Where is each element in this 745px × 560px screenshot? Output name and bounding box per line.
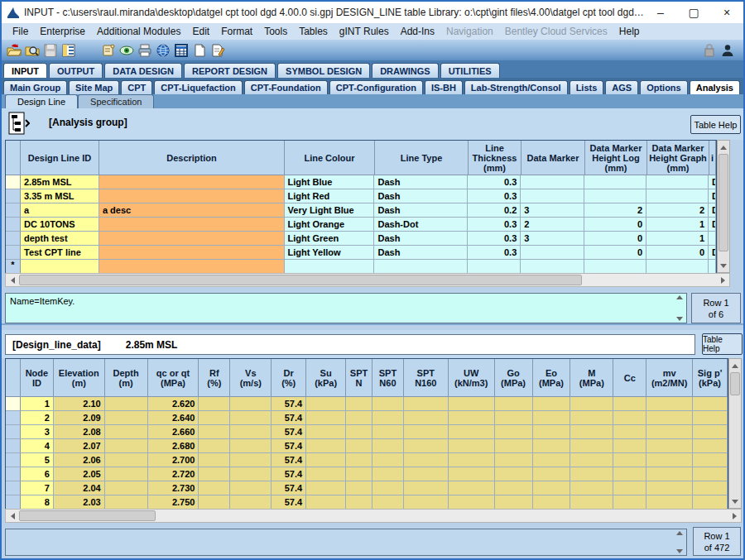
cell-rf[interactable]	[199, 411, 230, 425]
cell-partial[interactable]: D	[709, 246, 716, 260]
tab-is-bh[interactable]: IS-BH	[425, 80, 463, 94]
cell-line_colour[interactable]: Light Orange	[285, 218, 375, 232]
cell-spt_n160[interactable]	[404, 453, 449, 467]
row-selector[interactable]	[6, 453, 21, 467]
cell-qc[interactable]: 2.680	[148, 439, 199, 453]
cell-uw[interactable]	[449, 495, 495, 510]
cell-marker[interactable]	[521, 189, 584, 203]
cell-rf[interactable]	[199, 439, 230, 453]
cell-description[interactable]	[99, 189, 285, 203]
tab-ags[interactable]: AGS	[605, 80, 638, 94]
cell-cc[interactable]	[613, 481, 646, 495]
cell-su[interactable]	[306, 481, 346, 495]
cell-thickness[interactable]	[468, 260, 521, 274]
cell-height_graph[interactable]	[646, 189, 709, 203]
cell-mv[interactable]	[646, 425, 693, 439]
cell-spt_n160[interactable]	[404, 425, 449, 439]
cell-eo[interactable]	[533, 439, 571, 453]
cell-height_log[interactable]	[584, 189, 646, 203]
tab-input[interactable]: INPUT	[3, 63, 47, 78]
cell-spt_n160[interactable]	[404, 439, 449, 453]
cell-line_colour[interactable]: Light Green	[285, 232, 375, 246]
cell-uw[interactable]	[449, 411, 495, 425]
view-list-icon[interactable]	[60, 41, 78, 59]
cell-thickness[interactable]: 0.3	[468, 189, 521, 203]
cell-spt_n[interactable]	[346, 425, 372, 439]
cell-dr[interactable]: 57.4	[272, 439, 306, 453]
maximize-button[interactable]: ▢	[677, 2, 710, 23]
menu-edit[interactable]: Edit	[186, 24, 215, 39]
cell-spt_n[interactable]	[346, 495, 372, 510]
tab-lab-strength-consol[interactable]: Lab-Strength/Consol	[464, 80, 568, 94]
cell-rf[interactable]	[199, 397, 230, 411]
scroll-right-button[interactable]	[716, 274, 729, 286]
cell-mv[interactable]	[646, 453, 693, 467]
status-scroll-down-icon[interactable]	[676, 317, 683, 321]
cell-rf[interactable]	[199, 481, 230, 495]
cell-elevation[interactable]: 2.06	[54, 453, 105, 467]
cell-su[interactable]	[306, 453, 346, 467]
open-folder-icon[interactable]	[5, 41, 23, 59]
cell-spt_n160[interactable]	[404, 411, 449, 425]
cell-rf[interactable]	[199, 495, 230, 510]
scroll-down-button[interactable]	[718, 259, 729, 272]
cell-height_log[interactable]: 0	[584, 246, 646, 260]
cell-height_graph[interactable]: 0	[646, 246, 709, 260]
cell-elevation[interactable]: 2.10	[54, 397, 105, 411]
cell-depth[interactable]	[105, 397, 148, 411]
bag-icon[interactable]	[700, 41, 719, 59]
cell-partial[interactable]: D	[709, 189, 716, 203]
cell-spt_n[interactable]	[346, 397, 372, 411]
cell-mv[interactable]	[646, 467, 693, 481]
script-icon[interactable]	[99, 41, 118, 59]
cell-spt_n[interactable]	[346, 439, 372, 453]
cell-partial[interactable]: D	[709, 218, 716, 232]
data-table-icon[interactable]	[172, 41, 190, 59]
cell-description[interactable]: a desc	[99, 203, 285, 218]
tab-output[interactable]: OUTPUT	[49, 63, 103, 78]
cell-m[interactable]	[570, 453, 613, 467]
cell-cc[interactable]	[613, 425, 646, 439]
cell-node[interactable]: 8	[21, 495, 54, 510]
cell-m[interactable]	[570, 439, 613, 453]
tab-drawings[interactable]: DRAWINGS	[372, 63, 439, 78]
cell-uw[interactable]	[449, 397, 495, 411]
cell-qc[interactable]: 2.730	[148, 481, 199, 495]
cell-height_log[interactable]: 0	[584, 218, 646, 232]
cell-height_log[interactable]: 2	[584, 203, 646, 218]
cell-depth[interactable]	[105, 411, 148, 425]
cell-sig_p[interactable]	[693, 397, 728, 411]
cell-vs[interactable]	[230, 453, 272, 467]
cell-marker[interactable]: 2	[521, 218, 584, 232]
design-line-table-vscrollbar[interactable]	[717, 140, 730, 273]
cell-sig_p[interactable]	[693, 495, 728, 510]
cell-vs[interactable]	[230, 397, 272, 411]
cell-marker[interactable]	[521, 175, 584, 189]
tab-report-design[interactable]: REPORT DESIGN	[184, 63, 276, 78]
cell-m[interactable]	[570, 411, 613, 425]
cell-elevation[interactable]: 2.05	[54, 467, 105, 481]
cell-vs[interactable]	[230, 495, 272, 510]
cell-node[interactable]: 7	[21, 481, 54, 495]
cell-qc[interactable]: 2.750	[148, 495, 199, 510]
cell-mv[interactable]	[646, 397, 693, 411]
cell-height_graph[interactable]: 1	[646, 232, 709, 246]
cell-qc[interactable]: 2.620	[148, 397, 199, 411]
cell-partial[interactable]: D	[709, 203, 716, 218]
search-folder-icon[interactable]	[23, 41, 41, 59]
globe-icon[interactable]	[154, 41, 172, 59]
menu-enterprise[interactable]: Enterprise	[34, 24, 91, 39]
cell-line_type[interactable]: Dash	[374, 189, 468, 203]
cell-thickness[interactable]: 0.2	[468, 203, 521, 218]
cell-height_log[interactable]	[584, 175, 646, 189]
cell-m[interactable]	[570, 495, 613, 510]
cell-spt_n160[interactable]	[404, 495, 449, 510]
cell-su[interactable]	[306, 495, 346, 510]
cell-sig_p[interactable]	[693, 425, 728, 439]
cell-line_type[interactable]: Dash	[374, 203, 468, 218]
cell-elevation[interactable]: 2.04	[54, 481, 105, 495]
cell-eo[interactable]	[533, 481, 571, 495]
cell-go[interactable]	[495, 495, 533, 510]
cell-node[interactable]: 4	[21, 439, 54, 453]
cell-rf[interactable]	[199, 467, 230, 481]
